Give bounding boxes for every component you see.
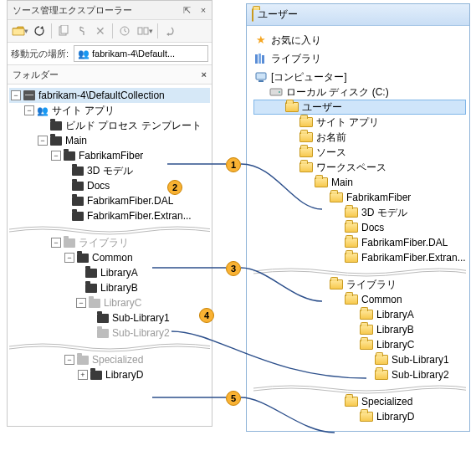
separator <box>9 341 210 352</box>
nav-sublib1[interactable]: Sub-Library1 <box>253 352 466 367</box>
nav-source[interactable]: ソース <box>253 145 466 160</box>
compare-button[interactable] <box>134 22 152 40</box>
folder-icon <box>63 237 76 248</box>
nav-libraryc[interactable]: LibraryC <box>253 337 466 352</box>
collapse-icon[interactable]: − <box>11 90 21 100</box>
tree-item-library-root[interactable]: − ライブラリ <box>9 235 210 250</box>
nav-3d-model[interactable]: 3D モデル <box>253 205 466 220</box>
tree-item-librarya[interactable]: LibraryA <box>9 265 210 280</box>
delete-button[interactable]: ✕ <box>91 22 110 40</box>
folder-header-label: フォルダー <box>13 69 59 81</box>
tree-item-specialized[interactable]: − Specialized <box>9 352 210 367</box>
collapse-icon[interactable]: − <box>51 238 61 248</box>
tree-item-main[interactable]: − Main <box>9 133 210 148</box>
svg-rect-6 <box>258 54 261 64</box>
folder-icon <box>314 176 329 189</box>
collapse-icon[interactable]: − <box>64 355 74 365</box>
nav-site-app[interactable]: サイト アプリ <box>253 115 466 130</box>
nav-main[interactable]: Main <box>253 175 466 190</box>
tree-item-site-app[interactable]: − 👥 サイト アプリ <box>9 103 210 118</box>
folder-icon <box>299 146 314 159</box>
label: お名前 <box>316 130 346 145</box>
label: ライブラリ <box>346 277 397 292</box>
folder-icon <box>359 338 374 351</box>
folder-icon <box>90 369 103 381</box>
window-title: ユーザー <box>258 8 298 22</box>
location-combobox[interactable]: 👥 fabrikam-4\Default... <box>74 45 208 62</box>
folder-icon <box>359 410 374 423</box>
nav-oname[interactable]: お名前 <box>253 130 466 145</box>
label: LibraryA <box>376 307 414 322</box>
tree-item-fabrikamfiber[interactable]: − FabrikamFiber <box>9 148 210 163</box>
folder-panel-close-icon[interactable]: × <box>202 69 207 79</box>
nav-users-selected[interactable]: ユーザー <box>253 100 466 115</box>
folder-icon <box>84 282 98 294</box>
folder-icon <box>329 191 344 204</box>
collapse-icon[interactable]: − <box>24 105 34 115</box>
callout-2: 2 <box>167 180 182 195</box>
branch-button[interactable] <box>73 22 91 40</box>
refresh-button[interactable] <box>30 22 49 40</box>
separator <box>253 265 466 277</box>
svg-rect-5 <box>255 54 258 64</box>
tree-item-common[interactable]: − Common <box>9 250 210 265</box>
label: Sub-Library1 <box>392 352 449 367</box>
nav-common[interactable]: Common <box>253 292 466 307</box>
nav-libraryb[interactable]: LibraryB <box>253 322 466 337</box>
tree-label: LibraryB <box>100 280 138 295</box>
location-label: 移動元の場所: <box>11 48 69 60</box>
nav-local-disk[interactable]: ローカル ディスク (C:) <box>253 85 466 100</box>
tree-item-build-templates[interactable]: ビルド プロセス テンプレート <box>9 118 210 133</box>
explorer-tree: ★ お気に入り ライブラリ [コンピューター] ローカル ディスク (C:) ユ… <box>247 26 469 431</box>
tree-item-sublib1[interactable]: Sub-Library1 <box>9 310 210 325</box>
folder-icon <box>49 120 63 131</box>
tree-item-3d-model[interactable]: 3D モデル <box>9 163 210 178</box>
server-icon <box>23 90 36 101</box>
nav-libraryd[interactable]: LibraryD <box>253 409 466 424</box>
history-button[interactable] <box>115 22 134 40</box>
folder-icon <box>344 395 359 408</box>
tree-item-libraryd[interactable]: + LibraryD <box>9 367 210 382</box>
folder-icon <box>71 165 84 177</box>
tree-item-libraryb[interactable]: LibraryB <box>9 280 210 295</box>
nav-sublib2[interactable]: Sub-Library2 <box>253 367 466 382</box>
folder-icon <box>96 312 110 324</box>
copy-button[interactable] <box>54 22 73 40</box>
collapse-icon[interactable]: − <box>76 298 86 308</box>
nav-fabrikamfiber[interactable]: FabrikamFiber <box>253 190 466 205</box>
tree-label: Common <box>92 250 133 265</box>
tree-item-sublib2[interactable]: Sub-Library2 <box>9 325 210 341</box>
folder-icon <box>71 195 84 207</box>
tree-item-libraryc[interactable]: − LibraryC <box>9 295 210 310</box>
expand-icon[interactable]: + <box>78 370 88 380</box>
callout-4: 4 <box>199 308 214 323</box>
folder-icon <box>84 267 98 279</box>
collapse-icon[interactable]: − <box>64 253 74 263</box>
collapse-icon[interactable]: − <box>51 151 61 161</box>
tree-label: LibraryC <box>104 295 141 310</box>
collapse-icon[interactable]: − <box>38 136 48 146</box>
label: FabrikamFiber <box>346 190 411 205</box>
disk-icon <box>269 85 284 99</box>
folder-icon <box>344 293 359 306</box>
label: サイト アプリ <box>316 115 379 130</box>
tree-label: 3D モデル <box>87 163 133 178</box>
tree-item-dal[interactable]: FabrikamFiber.DAL <box>9 193 210 208</box>
nav-favorites[interactable]: ★ お気に入り <box>253 33 466 48</box>
nav-specialized[interactable]: Specialized <box>253 394 466 409</box>
dropdown-chevron-icon[interactable]: ▾ <box>24 27 28 35</box>
nav-docs[interactable]: Docs <box>253 220 466 235</box>
nav-extranet[interactable]: FabrikamFiber.Extran... <box>253 250 466 265</box>
nav-library-root[interactable]: ライブラリ <box>253 277 466 292</box>
nav-librarya[interactable]: LibraryA <box>253 307 466 322</box>
tree-item-extranet[interactable]: FabrikamFiber.Extran... <box>9 208 210 223</box>
nav-computer[interactable]: [コンピューター] <box>253 69 466 85</box>
nav-workspace[interactable]: ワークスペース <box>253 160 466 175</box>
tree-root[interactable]: − fabrikam-4\DefaultCollection <box>9 88 210 103</box>
undo-button[interactable] <box>161 22 179 40</box>
close-icon[interactable]: × <box>195 5 212 15</box>
svg-rect-7 <box>262 55 264 64</box>
nav-libraries[interactable]: ライブラリ <box>253 51 466 66</box>
pin-icon[interactable]: ⇱ <box>178 5 195 16</box>
nav-dal[interactable]: FabrikamFiber.DAL <box>253 235 466 250</box>
